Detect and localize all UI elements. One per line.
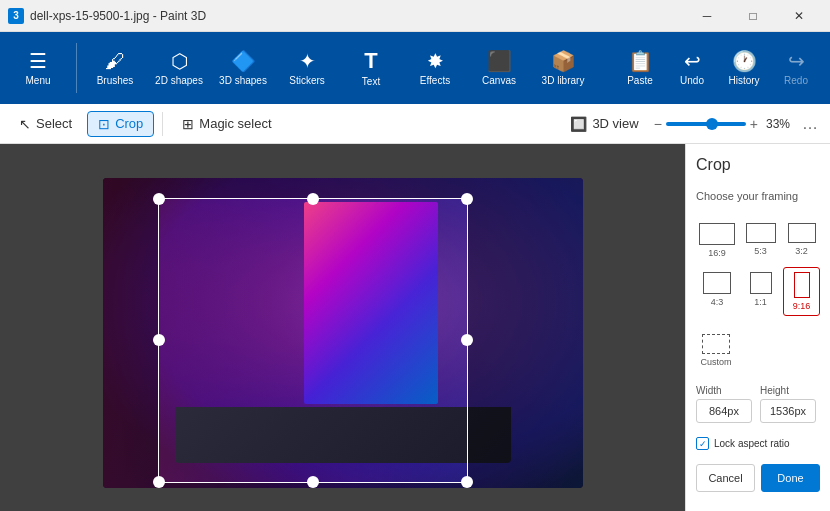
window-controls: ─ □ ✕ xyxy=(684,0,822,32)
frame-icon-4-3 xyxy=(703,272,731,294)
framing-label: Choose your framing xyxy=(696,190,820,202)
frame-4-3[interactable]: 4:3 xyxy=(696,267,738,316)
brushes-icon: 🖌 xyxy=(105,51,125,71)
frame-9-16[interactable]: 9:16 xyxy=(783,267,820,316)
minimize-button[interactable]: ─ xyxy=(684,0,730,32)
crop-handle-tr[interactable] xyxy=(461,193,473,205)
magic-select-btn[interactable]: ⊞ Magic select xyxy=(171,111,282,137)
redo-icon: ↪ xyxy=(788,51,805,71)
crop-handle-bm[interactable] xyxy=(307,476,319,488)
width-group: Width xyxy=(696,385,752,423)
toolbar-redo: ↪ Redo xyxy=(770,37,822,99)
toolbar-effects[interactable]: ✸ Effects xyxy=(405,37,465,99)
3d-view-label: 3D view xyxy=(592,116,638,131)
3d-view-icon: 🔲 xyxy=(570,116,587,132)
crop-handle-br[interactable] xyxy=(461,476,473,488)
frame-label-9-16: 9:16 xyxy=(793,301,811,311)
custom-dashed-icon xyxy=(702,334,730,354)
mode-separator xyxy=(162,112,163,136)
more-options-btn[interactable]: … xyxy=(798,111,822,137)
magic-select-label: Magic select xyxy=(199,116,271,131)
frame-label-1-1: 1:1 xyxy=(754,297,767,307)
lock-aspect-label: Lock aspect ratio xyxy=(714,438,790,449)
crop-label: Crop xyxy=(115,116,143,131)
frame-icon-16-9 xyxy=(699,223,735,245)
paste-label: Paste xyxy=(627,75,653,86)
image-container xyxy=(103,178,583,488)
crop-handle-tm[interactable] xyxy=(307,193,319,205)
toolbar-brushes-label: Brushes xyxy=(97,75,134,86)
toolbar-menu[interactable]: ☰ Menu xyxy=(8,37,68,99)
height-input[interactable] xyxy=(760,399,816,423)
window-title: dell-xps-15-9500-1.jpg - Paint 3D xyxy=(30,9,684,23)
frame-1-1[interactable]: 1:1 xyxy=(742,267,779,316)
history-icon: 🕐 xyxy=(732,51,757,71)
toolbar-3d-shapes[interactable]: 🔷 3D shapes xyxy=(213,37,273,99)
crop-handle-ml[interactable] xyxy=(153,334,165,346)
frame-16-9[interactable]: 16:9 xyxy=(696,218,738,263)
2d-shapes-icon: ⬡ xyxy=(171,51,188,71)
toolbar-history[interactable]: 🕐 History xyxy=(718,37,770,99)
title-bar: 3 dell-xps-15-9500-1.jpg - Paint 3D ─ □ … xyxy=(0,0,830,32)
crop-mode-btn[interactable]: ⊡ Crop xyxy=(87,111,154,137)
toolbar-3d-library[interactable]: 📦 3D library xyxy=(533,37,593,99)
stickers-icon: ✦ xyxy=(299,51,316,71)
toolbar-menu-label: Menu xyxy=(25,75,50,86)
magic-select-icon: ⊞ xyxy=(182,116,194,132)
crop-handle-mr[interactable] xyxy=(461,334,473,346)
toolbar-text-label: Text xyxy=(362,76,380,87)
zoom-area: − + 33% … xyxy=(654,111,822,137)
toolbar-stickers[interactable]: ✦ Stickers xyxy=(277,37,337,99)
maximize-button[interactable]: □ xyxy=(730,0,776,32)
lock-aspect-checkbox[interactable] xyxy=(696,437,709,450)
3d-view-btn[interactable]: 🔲 3D view xyxy=(559,111,649,137)
zoom-slider[interactable] xyxy=(666,122,746,126)
custom-row: Custom xyxy=(696,330,820,371)
effects-icon: ✸ xyxy=(427,51,444,71)
toolbar-3d-library-label: 3D library xyxy=(542,75,585,86)
3d-library-icon: 📦 xyxy=(551,51,576,71)
mode-bar: ↖ Select ⊡ Crop ⊞ Magic select 🔲 3D view… xyxy=(0,104,830,144)
select-mode-btn[interactable]: ↖ Select xyxy=(8,111,83,137)
select-icon: ↖ xyxy=(19,116,31,132)
frame-3-2[interactable]: 3:2 xyxy=(783,218,820,263)
frame-icon-3-2 xyxy=(788,223,816,243)
frame-custom[interactable]: Custom xyxy=(696,330,736,371)
toolbar-canvas[interactable]: ⬛ Canvas xyxy=(469,37,529,99)
toolbar-undo[interactable]: ↩ Undo xyxy=(666,37,718,99)
crop-handle-bl[interactable] xyxy=(153,476,165,488)
main-area: Crop Choose your framing 16:9 5:3 3:2 4: xyxy=(0,144,830,511)
undo-label: Undo xyxy=(680,75,704,86)
frame-5-3[interactable]: 5:3 xyxy=(742,218,779,263)
toolbar-text[interactable]: T Text xyxy=(341,37,401,99)
undo-icon: ↩ xyxy=(684,51,701,71)
select-label: Select xyxy=(36,116,72,131)
main-toolbar: ☰ Menu 🖌 Brushes ⬡ 2D shapes 🔷 3D shapes… xyxy=(0,32,830,104)
zoom-out-icon[interactable]: − xyxy=(654,116,662,132)
toolbar-stickers-label: Stickers xyxy=(289,75,325,86)
toolbar-right: 📋 Paste ↩ Undo 🕐 History ↪ Redo xyxy=(614,37,822,99)
toolbar-3d-shapes-label: 3D shapes xyxy=(219,75,267,86)
close-button[interactable]: ✕ xyxy=(776,0,822,32)
panel-title: Crop xyxy=(696,156,820,180)
frame-label-3-2: 3:2 xyxy=(795,246,808,256)
toolbar-brushes[interactable]: 🖌 Brushes xyxy=(85,37,145,99)
crop-handle-tl[interactable] xyxy=(153,193,165,205)
frame-icon-5-3 xyxy=(746,223,776,243)
cancel-button[interactable]: Cancel xyxy=(696,464,755,492)
width-input[interactable] xyxy=(696,399,752,423)
canvas-area[interactable] xyxy=(0,144,685,511)
toolbar-2d-shapes[interactable]: ⬡ 2D shapes xyxy=(149,37,209,99)
crop-icon: ⊡ xyxy=(98,116,110,132)
frame-label-5-3: 5:3 xyxy=(754,246,767,256)
height-label: Height xyxy=(760,385,816,396)
crop-box[interactable] xyxy=(158,198,468,483)
toolbar-paste[interactable]: 📋 Paste xyxy=(614,37,666,99)
toolbar-canvas-label: Canvas xyxy=(482,75,516,86)
done-button[interactable]: Done xyxy=(761,464,820,492)
framing-grid: 16:9 5:3 3:2 4:3 1:1 xyxy=(696,218,820,316)
zoom-in-icon[interactable]: + xyxy=(750,116,758,132)
height-group: Height xyxy=(760,385,816,423)
paste-icon: 📋 xyxy=(628,51,653,71)
custom-label: Custom xyxy=(700,357,731,367)
